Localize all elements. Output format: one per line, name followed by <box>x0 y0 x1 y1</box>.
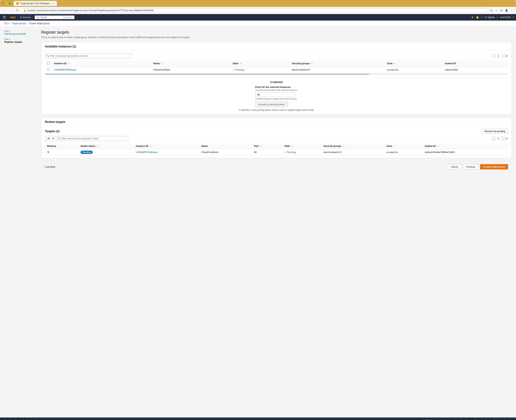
review-targets-title: Review targets <box>45 120 65 123</box>
review-filter-select[interactable]: All <box>45 136 54 141</box>
nav-reload-button[interactable]: ↻ <box>15 8 20 13</box>
maximize-dot[interactable] <box>9 2 11 5</box>
review-page-num: 1 <box>496 136 501 140</box>
sort-sg-icon[interactable]: ▼ <box>311 63 313 65</box>
review-page-next[interactable]: › <box>501 136 505 141</box>
select-all-checkbox[interactable] <box>47 62 50 64</box>
sort-r-state-icon[interactable]: ▼ <box>291 145 293 147</box>
health-pending-badge: Pending <box>81 151 93 154</box>
select-all-cell <box>45 60 52 67</box>
terms-link[interactable]: Terms <box>485 419 491 420</box>
sort-instance-id-icon[interactable]: ▼ <box>68 63 70 65</box>
tab-close-button[interactable]: × <box>53 2 54 5</box>
menu-icon[interactable]: ⋮ <box>510 8 514 13</box>
review-row-port: 80 <box>252 149 282 155</box>
review-row-subnet: subnet-03e4be7985be73d33 <box>423 149 508 155</box>
profile-icon[interactable]: 👤 <box>504 8 509 13</box>
row-subnet-id: subnet-03e4 <box>443 67 508 73</box>
cookie-link[interactable]: Cookie preferences <box>494 419 512 420</box>
review-settings-icon[interactable]: ⚙ <box>506 137 508 140</box>
cloudshell-link[interactable]: CloudShell <box>9 419 20 420</box>
sidebar-step1-name[interactable]: Specify group details <box>4 32 37 35</box>
aws-footer: 💻 CloudShell Feedback Language © 2023, A… <box>0 418 516 420</box>
search-browser-icon[interactable]: 🔍 <box>489 8 494 13</box>
available-instances-table: Instance ID ▼ Name ▼ State <box>45 60 508 73</box>
browser-tab[interactable]: ⚡ Target groups | EC2 Managem... × <box>14 1 57 6</box>
main-content: Register targets This is an optional ste… <box>41 30 512 414</box>
remove-all-pending-button[interactable]: Remove all pending <box>482 129 508 134</box>
create-target-group-button[interactable]: Create target group <box>480 164 508 169</box>
review-filter-bar: All 🔍 ‹ 1 › ⚙ <box>45 136 508 141</box>
row-zone: us-east-1a <box>385 67 443 73</box>
ports-label: Ports for the selected instances <box>255 86 298 88</box>
available-page-prev[interactable]: ‹ <box>492 54 496 58</box>
step1-label: Step 1 <box>4 30 37 32</box>
new-tab-button[interactable]: + <box>60 2 62 5</box>
ports-input[interactable] <box>255 92 295 97</box>
sort-r-sg-icon[interactable]: ▼ <box>343 145 345 147</box>
scrollbar-thumb <box>45 74 369 75</box>
sort-r-subnet-icon[interactable]: ▼ <box>437 145 439 147</box>
monitor-icon[interactable]: 🖥 <box>471 16 474 19</box>
bookmark-icon[interactable]: ☆ <box>495 8 499 13</box>
search-icon: 🔍 <box>37 16 39 19</box>
breadcrumb-ec2[interactable]: EC2 <box>4 22 9 25</box>
tab-grid-icon[interactable]: ⊞ <box>500 8 503 13</box>
nav-back-button[interactable]: ← <box>2 8 7 13</box>
services-label: Services <box>23 16 31 19</box>
row-checkbox[interactable] <box>47 68 50 71</box>
breadcrumb-target-groups[interactable]: Target groups <box>12 22 26 25</box>
sort-name-icon[interactable]: ▼ <box>161 63 163 65</box>
aws-search-bar[interactable]: 🔍 [Option+S] <box>35 15 74 19</box>
sort-state-icon[interactable]: ▼ <box>240 63 242 65</box>
review-targets-table: Remove Health status ▼ Instance ID ▼ Nam… <box>45 143 508 155</box>
address-text: us-east-1.console.aws.amazon.com/ec2/hom… <box>27 9 154 12</box>
row-state: ✓ Running <box>231 67 290 73</box>
review-page-prev[interactable]: ‹ <box>492 136 496 141</box>
feedback-link[interactable]: Feedback <box>23 419 32 420</box>
sort-r-zone-icon[interactable]: ▼ <box>393 145 395 147</box>
review-header-row: Targets (1) Remove all pending <box>45 129 508 134</box>
sort-r-instance-icon[interactable]: ▼ <box>150 145 152 147</box>
tab-title: Target groups | EC2 Managem... <box>20 2 52 5</box>
sort-port-icon[interactable]: ▼ <box>260 145 262 147</box>
aws-footer-right: © 2023, Amazon Web Services, Inc. or its… <box>423 419 512 420</box>
privacy-link[interactable]: Privacy <box>475 419 482 420</box>
hamburger-menu[interactable]: ☰ <box>2 15 7 20</box>
address-bar[interactable]: 🔒 us-east-1.console.aws.amazon.com/ec2/h… <box>21 8 488 13</box>
minimize-dot[interactable] <box>5 2 8 5</box>
breadcrumb-sep-2: › <box>27 22 28 25</box>
nav-forward-button[interactable]: → <box>9 8 14 13</box>
available-filter-bar: 🔍 ‹ 1 › ⚙ <box>45 53 508 58</box>
table-scrollbar[interactable] <box>45 74 508 75</box>
region-selector[interactable]: N. Virginia <box>485 16 495 19</box>
bell-icon[interactable]: 🔔 <box>476 16 479 19</box>
services-button[interactable]: ⊞ Services <box>18 15 32 19</box>
language-link[interactable]: Language <box>35 419 45 420</box>
sidebar-step-1: Step 1 Specify group details <box>4 30 37 35</box>
row-checkbox-cell <box>45 67 52 73</box>
remove-row-button[interactable]: ✕ <box>47 151 49 154</box>
available-filter-input[interactable] <box>45 53 132 58</box>
user-menu[interactable]: evecs7346 <box>500 16 511 19</box>
previous-button[interactable]: Previous <box>463 164 478 169</box>
available-filter-wrap: 🔍 <box>45 53 132 58</box>
help-icon[interactable]: ? <box>481 16 483 19</box>
cancel-button[interactable]: Cancel <box>448 164 461 169</box>
review-targets-body: Targets (1) Remove all pending All 🔍 <box>41 126 511 158</box>
sort-zone-icon[interactable]: ▼ <box>394 63 396 65</box>
search-shortcut-label: [Option+S] <box>63 16 73 18</box>
pending-message: 1 selection is now pending below. Includ… <box>45 109 508 111</box>
review-filter-input[interactable] <box>56 136 128 141</box>
available-settings-icon[interactable]: ⚙ <box>506 54 508 57</box>
close-dot[interactable] <box>2 2 4 5</box>
aws-search-input[interactable] <box>40 16 62 19</box>
available-table-scroll: Instance ID ▼ Name ▼ State <box>45 60 508 75</box>
include-pending-button[interactable]: Include as pending below <box>255 102 288 107</box>
sidebar: Step 1 Specify group details Step 2 Regi… <box>4 30 37 414</box>
running-check-icon: ✓ <box>233 68 235 71</box>
page-description: This is an optional step to create a tar… <box>41 36 512 39</box>
sort-health-icon[interactable]: ▼ <box>97 145 98 147</box>
available-page-next[interactable]: › <box>501 54 505 58</box>
browser-titlebar: ⚡ Target groups | EC2 Managem... × + <box>0 0 516 7</box>
